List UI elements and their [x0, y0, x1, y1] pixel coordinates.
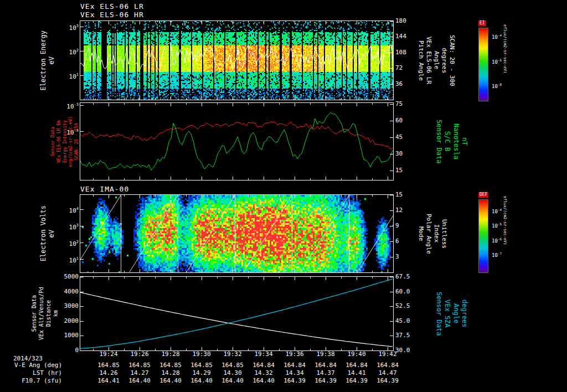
- axis-tick-label-right: 108: [395, 49, 420, 56]
- time-tick-label: 19:26: [124, 350, 155, 358]
- axis-label-line: Unitless: [441, 219, 447, 249]
- time-tick-label: 19:36: [279, 350, 310, 358]
- p1-left-axis-label: Electron EnergyeV: [40, 21, 55, 100]
- altitude-sza-canvas: [80, 277, 393, 350]
- table-row-label: LST (hr): [4, 369, 62, 376]
- table-cell: 14.27: [124, 369, 155, 376]
- axis-tick-label-right: 67.5: [395, 273, 420, 280]
- table-cell: 164.85: [93, 362, 124, 369]
- ima-spectrogram-canvas: [80, 195, 393, 272]
- table-cell: 164.40: [217, 377, 248, 384]
- table-cell: 164.85: [124, 362, 155, 369]
- table-cell: 164.39: [341, 377, 372, 384]
- colorbar-tick-label: 10-4: [492, 208, 502, 214]
- table-cell: 164.39: [279, 377, 310, 384]
- axis-tick-label-left: 102: [54, 47, 79, 56]
- table-cell: 164.85: [217, 362, 248, 369]
- table-cell: 14.34: [279, 369, 310, 376]
- table-cell: 14.47: [372, 369, 403, 376]
- axis-label-line: Angle: [433, 51, 440, 69]
- table-cell: 14.28: [155, 369, 186, 376]
- panel1-title-hr: VEx ELS-06 HR: [80, 11, 144, 19]
- axis-tick-label-left: 101: [54, 255, 79, 264]
- axis-tick-label-right: 45: [395, 133, 420, 141]
- colorbar-els-title: EI: [478, 20, 486, 26]
- vex-orbit-summary-plot: VEx ELS-06 LR VEx ELS-06 HR VEx IMA-00 E…: [0, 0, 567, 392]
- panel-els-spectrogram: [80, 20, 394, 100]
- axis-tick-label-right: 144: [395, 33, 420, 40]
- time-tick-label: 19:30: [186, 350, 217, 358]
- axis-label-line: nT: [461, 137, 468, 145]
- axis-tick-label-left: 102: [54, 239, 79, 247]
- axis-label-line: km: [53, 310, 59, 317]
- panel-altitude-sza: [80, 276, 394, 351]
- p4-right-axis-label: Sensor DataVEx SZAAngledegrees: [435, 277, 468, 350]
- axis-label-line: Nanotesla: [452, 123, 459, 159]
- axis-label-line: VEx ELS-06 LR: [425, 37, 432, 84]
- colorbar-ima-units: eflux/(cm2-sr-sec-eV): [503, 196, 507, 270]
- time-tick-label: 19:32: [217, 350, 248, 358]
- p1-right-axis-label: Pitch AngleVEx ELS-06 LRAngledegreesSCAN…: [417, 21, 455, 100]
- axis-tick-label-right: 45.0: [395, 317, 420, 324]
- axis-label-line: eV: [48, 56, 55, 64]
- table-cell: 164.85: [155, 362, 186, 369]
- axis-label-line: Sensor Data: [31, 295, 37, 332]
- table-cell: 164.84: [341, 362, 372, 369]
- colorbar-tick-label: 10-5: [492, 222, 502, 229]
- table-row-label: V-E Ang (deg): [4, 362, 62, 369]
- table-cell: 164.84: [372, 362, 403, 369]
- axis-label-line: S/C B: [444, 131, 451, 151]
- table-row-label: F10.7 (sfu): [4, 377, 62, 384]
- table-cell: 14.41: [341, 369, 372, 376]
- time-tick-label: 19:40: [341, 350, 372, 358]
- p3-right-axis-label: ModePolar AngleIndexUnitless: [417, 195, 447, 272]
- panel-intensity-bfield: [80, 102, 394, 180]
- table-cell: 164.85: [186, 362, 217, 369]
- colorbar-ima-gradient: [478, 199, 488, 273]
- colorbar-els-gradient: [478, 28, 488, 101]
- axis-label-line: Distance: [45, 300, 51, 327]
- axis-label-line: Electron Energy: [40, 30, 47, 90]
- p4-left-axis-label: Sensor DataVEx Alt/Venus/PdDistancekm: [31, 277, 59, 350]
- axis-label-line: degrees: [461, 300, 468, 328]
- table-cell: 14.29: [186, 369, 217, 376]
- axis-label-line: Pitch Angle: [417, 40, 424, 81]
- panel3-title: VEx IMA-00: [80, 185, 129, 193]
- table-cell: 164.40: [124, 377, 155, 384]
- table-cell: 14.37: [310, 369, 341, 376]
- colorbar-tick-label: 10-6: [492, 237, 502, 244]
- axis-label-line: Polar Angle: [425, 214, 432, 254]
- time-tick-label: 19:24: [93, 350, 124, 358]
- axis-tick-label-right: 60.0: [395, 288, 420, 295]
- axis-label-line: SCAN: 20 - 150: [75, 123, 80, 160]
- table-cell: 14.32: [248, 369, 279, 376]
- axis-label-line: Mode: [417, 226, 424, 241]
- p2-right-axis-label: Sensor DataS/C BNanoteslanT: [435, 103, 468, 180]
- axis-tick-label-left: 103: [54, 222, 79, 231]
- axis-label-line: degrees: [441, 48, 447, 73]
- axis-tick-label-right: 12: [395, 207, 420, 214]
- colorbar-tick-label: 10-6: [492, 58, 502, 65]
- axis-label-line: VEx Alt/Venus/Pd: [38, 287, 44, 340]
- axis-tick-label-right: 52.5: [395, 302, 420, 310]
- panel-ima-spectrogram: [80, 194, 394, 273]
- table-cell: 164.84: [248, 362, 279, 369]
- axis-tick-label-right: 15: [395, 191, 420, 198]
- axis-tick-label-right: 3: [395, 253, 420, 260]
- axis-label-line: Index: [433, 224, 440, 243]
- axis-tick-label-right: 6: [395, 238, 420, 245]
- colorbar-tick-label: 10-4: [492, 33, 502, 40]
- colorbar-tick-label: 10-7: [492, 251, 502, 258]
- axis-label-line: Sensor Data: [435, 120, 442, 163]
- time-tick-label: 19:34: [248, 350, 279, 358]
- axis-label-line: Sensor Data: [51, 127, 56, 156]
- table-cell: 164.39: [310, 377, 341, 384]
- time-tick-label: 19:38: [310, 350, 341, 358]
- table-cell: 164.41: [93, 377, 124, 384]
- table-cell: 14.26: [93, 369, 124, 376]
- axis-label-line: Energy Intensity: [63, 120, 68, 163]
- time-tick-label: 19:28: [155, 350, 186, 358]
- colorbar-ima-title: DEF: [478, 192, 488, 198]
- axis-tick-label-left: 104: [54, 205, 79, 214]
- axis-tick-label-right: 15: [395, 167, 420, 174]
